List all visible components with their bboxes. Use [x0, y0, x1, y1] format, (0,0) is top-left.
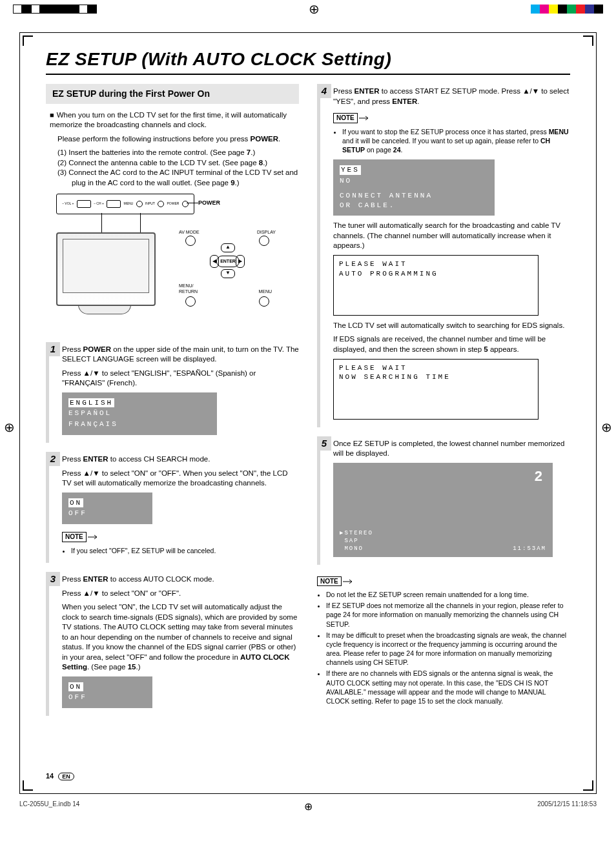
- step-1: 1 Press POWER on the upper side of the m…: [46, 342, 299, 443]
- prep-substeps: (1) Insert the batteries into the remote…: [50, 148, 299, 188]
- registration-marks-top: ⊕: [0, 0, 616, 19]
- crosshair-icon: ⊕: [309, 1, 320, 17]
- step-number: 5: [317, 436, 331, 451]
- step-number: 4: [317, 84, 331, 98]
- final-notes-list: Do not let the EZ SETUP screen remain un…: [317, 590, 570, 706]
- step-2: 2 Press ENTER to access CH SEARCH mode. …: [46, 452, 299, 563]
- osd-please-wait-2: PLEASE WAIT NOW SEARCHING TIME: [333, 359, 539, 420]
- remote-dpad-cluster: AV MODE DISPLAY ▲ ▼ ◀ ▶ ENTER MENU/ RETU…: [179, 229, 276, 307]
- section-subhead: EZ SETUP during the First Power On: [46, 84, 299, 104]
- note-badge: NOTE: [62, 532, 87, 542]
- page-number: 14: [46, 772, 54, 780]
- osd-channel-display: 2 ▶STEREO SAP MONO 11:53AM: [333, 463, 553, 557]
- title-rule: [46, 74, 570, 75]
- up-down-icon: ▲/▼: [522, 87, 539, 95]
- osd-yes-no: YES NO CONNECT ANTENNA OR CABLE.: [333, 159, 495, 216]
- bullet-square-icon: ■: [50, 111, 54, 119]
- step-4: 4 Press ENTER to access START EZ SETUP m…: [317, 84, 570, 427]
- note-list: If you want to stop the EZ SETUP process…: [333, 127, 570, 155]
- note-badge: NOTE: [333, 113, 358, 123]
- eds-text-1: The LCD TV set will automatically switch…: [333, 321, 570, 331]
- crosshair-icon: ⊕: [4, 420, 15, 435]
- step-number: 2: [46, 452, 60, 466]
- slug-date: 2005/12/15 11:18:53: [537, 800, 597, 813]
- page-footer: 14 EN: [46, 772, 74, 780]
- tv-body-icon: [56, 232, 153, 316]
- slug-file: LC-2055U_E.indb 14: [19, 800, 79, 813]
- note-badge: NOTE: [317, 576, 342, 587]
- left-column: EZ SETUP during the First Power On ■When…: [46, 84, 299, 725]
- page-title: EZ SETUP (With AUTO CLOCK Setting): [46, 49, 570, 70]
- power-callout-label: POWER: [198, 199, 220, 207]
- page-sheet: EZ SETUP (With AUTO CLOCK Setting) EZ SE…: [19, 32, 597, 794]
- step-number: 3: [46, 572, 60, 586]
- lang-badge: EN: [58, 773, 74, 780]
- up-down-icon: ▲/▼: [83, 589, 100, 597]
- note-arrow-icon: [359, 116, 371, 121]
- note-arrow-icon: [343, 579, 354, 584]
- osd-on-off: ON OFF: [62, 493, 152, 525]
- step-5: 5 Once EZ SETUP is completed, the lowest…: [317, 436, 570, 565]
- step-3: 3 Press ENTER to access AUTO CLOCK mode.…: [46, 572, 299, 716]
- crosshair-icon: ⊕: [601, 420, 612, 435]
- up-down-icon: ▲/▼: [83, 469, 100, 477]
- note-list: If you select "OFF", EZ SETUP will be ca…: [62, 546, 299, 555]
- osd-language-menu: ENGLISH ESPAÑOL FRANÇAIS: [62, 392, 217, 436]
- intro-paragraph-1: ■When you turn on the LCD TV set for the…: [50, 110, 299, 130]
- imposition-slug: LC-2055U_E.indb 14 ⊕ 2005/12/15 11:18:53: [19, 800, 597, 813]
- crosshair-icon: ⊕: [304, 800, 313, 813]
- tuner-text: The tuner will automatically search for …: [333, 221, 570, 251]
- osd-please-wait-1: PLEASE WAIT AUTO PROGRAMMING: [333, 255, 539, 316]
- tv-top-panel: – VOL + – CH + MENU INPUT POWER: [56, 194, 194, 214]
- eds-text-2: If EDS signals are received, the channel…: [333, 334, 570, 354]
- up-down-icon: ▲/▼: [83, 369, 100, 377]
- intro-paragraph-2: Please perform the following instruction…: [50, 134, 299, 145]
- step-number: 1: [46, 342, 60, 356]
- osd-on-off: ON OFF: [62, 676, 152, 709]
- tv-remote-illustration: – VOL + – CH + MENU INPUT POWER POWER: [50, 194, 282, 336]
- right-column: 4 Press ENTER to access START EZ SETUP m…: [317, 84, 570, 725]
- note-arrow-icon: [88, 534, 99, 540]
